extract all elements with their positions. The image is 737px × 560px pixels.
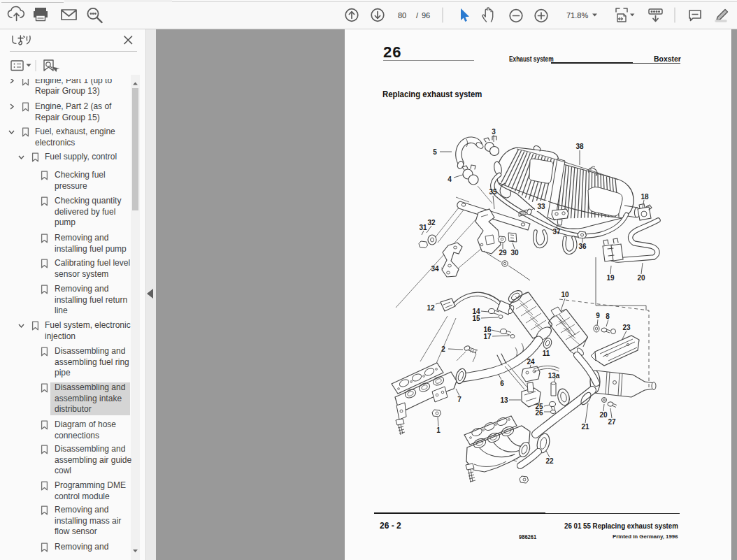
svg-text:29: 29 — [499, 249, 507, 257]
svg-text:3: 3 — [492, 128, 496, 136]
svg-text:15: 15 — [472, 315, 480, 322]
svg-text:30: 30 — [510, 249, 519, 257]
svg-text:80: 80 — [398, 11, 406, 20]
svg-text:4: 4 — [448, 175, 452, 183]
svg-text:26: 26 — [535, 409, 543, 417]
svg-text:19: 19 — [606, 274, 615, 282]
svg-text:71.8%: 71.8% — [566, 11, 588, 20]
svg-text:10: 10 — [561, 291, 569, 299]
svg-text:21: 21 — [581, 423, 589, 431]
svg-text:5: 5 — [433, 148, 437, 156]
svg-text:96: 96 — [422, 11, 430, 20]
svg-text:24: 24 — [527, 358, 535, 366]
svg-text:34: 34 — [431, 265, 439, 273]
svg-text:37: 37 — [552, 228, 561, 236]
svg-text:38: 38 — [575, 143, 584, 150]
svg-text:31: 31 — [419, 224, 427, 231]
svg-text:12: 12 — [427, 304, 435, 312]
svg-text:9: 9 — [596, 312, 600, 320]
svg-text:2: 2 — [441, 345, 445, 353]
svg-text:20: 20 — [599, 411, 608, 419]
svg-text:17: 17 — [483, 333, 492, 340]
svg-text:18: 18 — [641, 193, 649, 201]
svg-text:35: 35 — [489, 188, 497, 196]
svg-text:23: 23 — [622, 324, 631, 331]
svg-text:27: 27 — [608, 418, 616, 426]
svg-text:32: 32 — [427, 219, 436, 227]
svg-text:1: 1 — [436, 426, 441, 434]
svg-text:6: 6 — [500, 380, 504, 387]
svg-text:33: 33 — [537, 203, 545, 210]
svg-text:36: 36 — [578, 243, 587, 250]
svg-text:13a: 13a — [548, 372, 560, 380]
svg-text:8: 8 — [606, 313, 610, 320]
svg-text:13: 13 — [500, 396, 508, 404]
svg-text:20: 20 — [637, 274, 645, 282]
svg-text:22: 22 — [545, 457, 554, 465]
svg-text:11: 11 — [543, 350, 550, 357]
svg-text:7: 7 — [457, 396, 461, 403]
svg-text:/: / — [416, 11, 419, 20]
